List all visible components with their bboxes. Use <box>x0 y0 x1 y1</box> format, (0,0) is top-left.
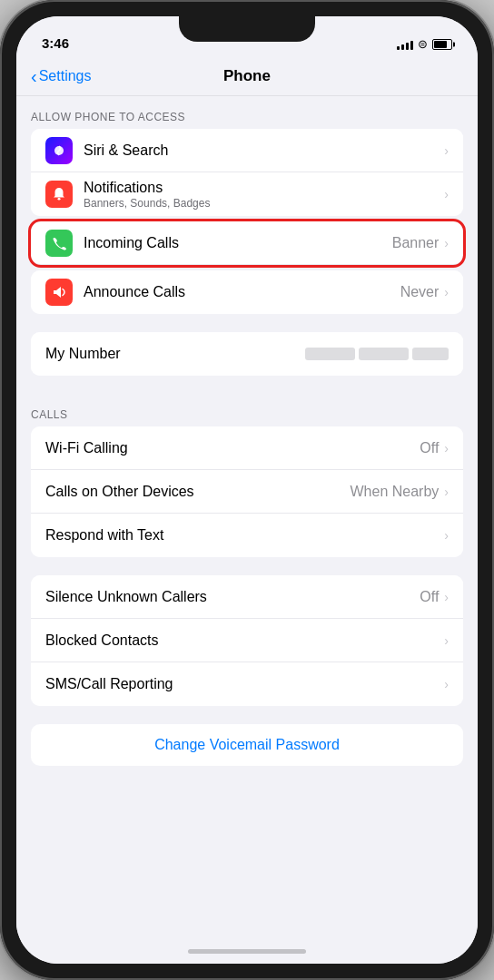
bottom-group: Silence Unknown Callers Off › Blocked Co… <box>31 575 463 706</box>
incoming-calls-value: Banner <box>392 235 440 251</box>
voicemail-row[interactable]: Change Voicemail Password <box>31 724 463 766</box>
calls-other-devices-chevron-icon: › <box>444 485 449 499</box>
announce-calls-label: Announce Calls <box>84 284 400 300</box>
signal-icon <box>397 39 413 50</box>
announce-calls-group: Announce Calls Never › <box>31 270 463 314</box>
svg-marker-2 <box>54 287 61 298</box>
back-button[interactable]: ‹ Settings <box>31 67 91 85</box>
blocked-contacts-row[interactable]: Blocked Contacts › <box>31 619 463 662</box>
sms-call-reporting-row[interactable]: SMS/Call Reporting › <box>31 662 463 706</box>
silence-unknown-value: Off <box>420 589 439 605</box>
sms-call-reporting-chevron-icon: › <box>444 677 449 691</box>
status-time: 3:46 <box>42 35 69 51</box>
blocked-contacts-chevron-icon: › <box>444 633 449 648</box>
phone-frame: 3:46 ⊜ ‹ Settings Phone <box>0 0 494 980</box>
wifi-calling-value: Off <box>420 440 439 456</box>
siri-search-row[interactable]: Siri & Search › <box>31 129 463 172</box>
home-bar <box>188 949 306 954</box>
calls-other-devices-label: Calls on Other Devices <box>45 484 351 500</box>
nav-bar: ‹ Settings Phone <box>16 56 478 96</box>
wifi-calling-label: Wi-Fi Calling <box>45 440 420 456</box>
respond-text-label: Respond with Text <box>45 527 444 544</box>
siri-icon <box>45 137 73 164</box>
calls-other-devices-value: When Nearby <box>351 484 440 500</box>
page-title: Phone <box>223 67 271 85</box>
notifications-row[interactable]: Notifications Banners, Sounds, Badges › <box>31 172 463 216</box>
wifi-calling-row[interactable]: Wi-Fi Calling Off › <box>31 426 463 470</box>
respond-text-chevron-icon: › <box>444 528 449 543</box>
siri-search-label: Siri & Search <box>84 142 444 159</box>
sms-call-reporting-label: SMS/Call Reporting <box>45 676 444 692</box>
announce-calls-value: Never <box>400 284 440 300</box>
back-chevron-icon: ‹ <box>31 67 37 85</box>
wifi-calling-chevron-icon: › <box>444 441 449 456</box>
notifications-icon <box>45 181 73 208</box>
announce-calls-row[interactable]: Announce Calls Never › <box>31 270 463 314</box>
status-icons: ⊜ <box>397 37 452 51</box>
allow-phone-group: Siri & Search › Notifications Banners, <box>31 129 463 216</box>
phone-screen: 3:46 ⊜ ‹ Settings Phone <box>16 16 478 964</box>
siri-chevron-icon: › <box>444 143 449 158</box>
notifications-chevron-icon: › <box>444 187 449 201</box>
incoming-calls-highlight: Incoming Calls Banner › <box>31 221 463 265</box>
incoming-calls-chevron-icon: › <box>444 236 449 250</box>
home-indicator <box>16 938 478 964</box>
battery-icon <box>432 39 452 50</box>
incoming-calls-label: Incoming Calls <box>84 235 392 251</box>
notch <box>179 16 315 42</box>
my-number-group: My Number <box>31 332 463 376</box>
silence-unknown-row[interactable]: Silence Unknown Callers Off › <box>31 575 463 619</box>
notifications-sublabel: Banners, Sounds, Badges <box>84 197 444 210</box>
calls-section-header: CALLS <box>16 394 478 426</box>
wifi-icon: ⊜ <box>418 37 428 51</box>
my-number-value <box>305 348 449 360</box>
announce-calls-chevron-icon: › <box>444 285 449 299</box>
allow-phone-header: ALLOW PHONE TO ACCESS <box>16 96 478 129</box>
my-number-label: My Number <box>45 346 305 362</box>
svg-rect-1 <box>58 198 61 201</box>
my-number-row[interactable]: My Number <box>31 332 463 376</box>
back-label: Settings <box>39 68 92 84</box>
notifications-label: Notifications <box>84 180 444 196</box>
blocked-contacts-label: Blocked Contacts <box>45 632 444 649</box>
announce-calls-icon <box>45 279 73 306</box>
voicemail-label: Change Voicemail Password <box>154 737 340 752</box>
scroll-content[interactable]: ALLOW PHONE TO ACCESS Siri & Search › <box>16 96 478 938</box>
respond-text-row[interactable]: Respond with Text › <box>31 514 463 557</box>
silence-unknown-chevron-icon: › <box>444 590 449 604</box>
calls-other-devices-row[interactable]: Calls on Other Devices When Nearby › <box>31 470 463 514</box>
incoming-calls-icon <box>45 230 73 257</box>
silence-unknown-label: Silence Unknown Callers <box>45 589 420 605</box>
incoming-calls-row[interactable]: Incoming Calls Banner › <box>31 221 463 265</box>
calls-group: Wi-Fi Calling Off › Calls on Other Devic… <box>31 426 463 557</box>
